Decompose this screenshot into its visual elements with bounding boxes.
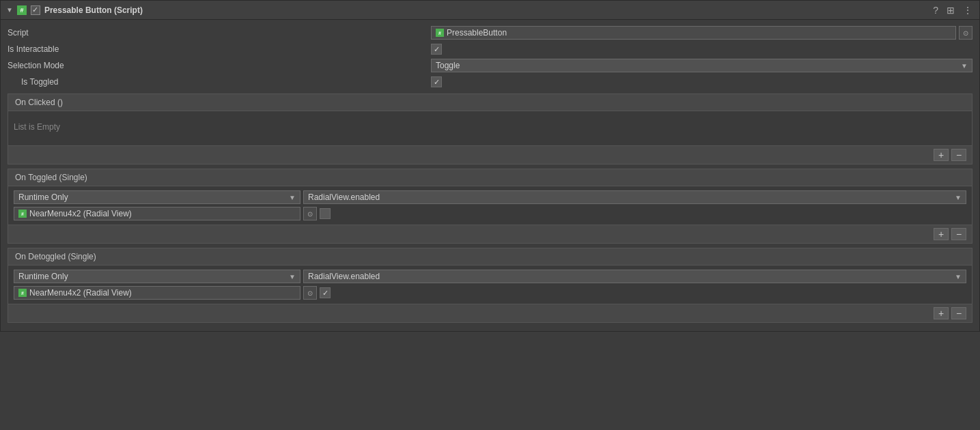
script-target-btn[interactable]: ⊙: [959, 26, 972, 40]
on-toggled-function-text: RadialView.enabled: [308, 192, 380, 202]
selection-mode-text: Toggle: [436, 61, 460, 70]
selection-mode-dropdown[interactable]: Toggle ▼: [431, 59, 972, 72]
on-toggled-section: On Toggled (Single) Runtime Only ▼ Radia…: [8, 169, 972, 244]
is-interactable-row: Is Interactable ✓: [8, 42, 972, 57]
on-detoggled-body: Runtime Only ▼ RadialView.enabled ▼ # Ne…: [8, 266, 972, 304]
on-clicked-header: On Clicked (): [8, 94, 972, 111]
is-toggled-value: ✓: [431, 76, 972, 87]
on-detoggled-object-text: NearMenu4x2 (Radial View): [29, 288, 132, 298]
on-detoggled-check-icon: ✓: [322, 289, 328, 297]
component-enabled-checkbox[interactable]: ✓: [31, 5, 40, 15]
on-toggled-body: Runtime Only ▼ RadialView.enabled ▼ # Ne…: [8, 186, 972, 225]
on-toggled-value-checkbox[interactable]: [320, 208, 331, 219]
script-reference[interactable]: # PressableButton: [431, 26, 956, 40]
is-toggled-label: Is Toggled: [8, 77, 431, 87]
header-right: ? ⊞ ⋮: [932, 3, 974, 17]
selection-mode-label: Selection Mode: [8, 61, 431, 70]
on-toggled-remove-button[interactable]: −: [951, 228, 966, 240]
help-button[interactable]: ?: [932, 3, 940, 17]
on-toggled-object-row: # NearMenu4x2 (Radial View) ⊙: [14, 207, 966, 220]
on-detoggled-remove-button[interactable]: −: [951, 307, 966, 319]
on-toggled-function-arrow-icon: ▼: [955, 194, 962, 201]
on-detoggled-object-field[interactable]: # NearMenu4x2 (Radial View): [14, 286, 300, 300]
target-icon: ⊙: [963, 29, 968, 37]
script-type-icon: #: [17, 5, 27, 15]
on-clicked-empty-text: List is Empty: [14, 115, 966, 139]
on-detoggled-target-icon: ⊙: [307, 289, 313, 297]
on-toggled-runtime-text: Runtime Only: [18, 192, 68, 202]
on-detoggled-function-arrow-icon: ▼: [955, 273, 962, 281]
on-toggled-object-icon: #: [18, 210, 27, 218]
selection-mode-value: Toggle ▼: [431, 59, 972, 72]
on-detoggled-footer: + −: [8, 304, 972, 322]
on-toggled-runtime-arrow-icon: ▼: [289, 194, 296, 201]
on-detoggled-target-button[interactable]: ⊙: [303, 286, 317, 300]
on-toggled-target-button[interactable]: ⊙: [303, 207, 317, 220]
on-detoggled-title: On Detoggled (Single): [15, 252, 96, 261]
on-detoggled-runtime-text: Runtime Only: [18, 272, 68, 281]
selection-mode-arrow-icon: ▼: [961, 62, 968, 70]
checkbox-check-icon: ✓: [32, 6, 38, 14]
is-toggled-checkbox[interactable]: ✓: [431, 76, 442, 87]
on-toggled-title: On Toggled (Single): [15, 173, 87, 182]
on-detoggled-function-text: RadialView.enabled: [308, 272, 380, 281]
on-clicked-remove-button[interactable]: −: [951, 149, 966, 161]
script-field-row: Script # PressableButton ⊙: [8, 24, 972, 42]
on-detoggled-value-checkbox[interactable]: ✓: [320, 287, 331, 298]
selection-mode-row: Selection Mode Toggle ▼: [8, 57, 972, 74]
component-body: Script # PressableButton ⊙ Is Interactab…: [1, 20, 979, 331]
on-detoggled-object-row: # NearMenu4x2 (Radial View) ⊙ ✓: [14, 286, 966, 300]
on-toggled-footer: + −: [8, 225, 972, 243]
component-container: ▼ # ✓ Pressable Button (Script) ? ⊞ ⋮ Sc…: [0, 0, 980, 332]
script-icon: #: [436, 29, 444, 37]
menu-button[interactable]: ⋮: [962, 3, 974, 17]
on-clicked-footer: + −: [8, 145, 972, 164]
on-toggled-object-field[interactable]: # NearMenu4x2 (Radial View): [14, 207, 300, 220]
on-toggled-add-button[interactable]: +: [934, 228, 949, 240]
on-detoggled-event-row: Runtime Only ▼ RadialView.enabled ▼: [14, 270, 966, 283]
on-clicked-title: On Clicked (): [15, 98, 63, 107]
on-detoggled-function-dropdown[interactable]: RadialView.enabled ▼: [303, 270, 966, 283]
component-title: Pressable Button (Script): [44, 5, 143, 15]
on-toggled-event-row: Runtime Only ▼ RadialView.enabled ▼: [14, 190, 966, 204]
header-left: ▼ # ✓ Pressable Button (Script): [6, 5, 143, 15]
is-toggled-check-icon: ✓: [434, 78, 440, 86]
collapse-arrow-icon[interactable]: ▼: [6, 6, 13, 14]
component-header: ▼ # ✓ Pressable Button (Script) ? ⊞ ⋮: [1, 1, 979, 20]
script-label: Script: [8, 28, 431, 38]
on-toggled-header: On Toggled (Single): [8, 169, 972, 186]
is-interactable-checkbox[interactable]: ✓: [431, 44, 442, 55]
on-detoggled-section: On Detoggled (Single) Runtime Only ▼ Rad…: [8, 248, 972, 323]
is-interactable-value: ✓: [431, 44, 972, 55]
is-interactable-label: Is Interactable: [8, 44, 431, 54]
on-toggled-function-dropdown[interactable]: RadialView.enabled ▼: [303, 190, 966, 204]
on-clicked-section: On Clicked () List is Empty + −: [8, 94, 972, 164]
on-detoggled-header: On Detoggled (Single): [8, 248, 972, 266]
script-value: # PressableButton ⊙: [431, 26, 972, 40]
on-clicked-body: List is Empty: [8, 111, 972, 145]
layout-button[interactable]: ⊞: [945, 3, 956, 17]
on-clicked-add-button[interactable]: +: [934, 149, 949, 161]
is-interactable-check-icon: ✓: [434, 46, 440, 53]
on-toggled-object-text: NearMenu4x2 (Radial View): [29, 209, 132, 218]
on-detoggled-add-button[interactable]: +: [934, 307, 949, 319]
on-toggled-runtime-dropdown[interactable]: Runtime Only ▼: [14, 190, 300, 204]
on-detoggled-runtime-arrow-icon: ▼: [289, 273, 296, 281]
script-name-text: PressableButton: [447, 28, 507, 38]
on-detoggled-object-icon: #: [18, 289, 27, 297]
is-toggled-row: Is Toggled ✓: [8, 74, 972, 89]
on-toggled-target-icon: ⊙: [307, 210, 313, 218]
on-detoggled-runtime-dropdown[interactable]: Runtime Only ▼: [14, 270, 300, 283]
